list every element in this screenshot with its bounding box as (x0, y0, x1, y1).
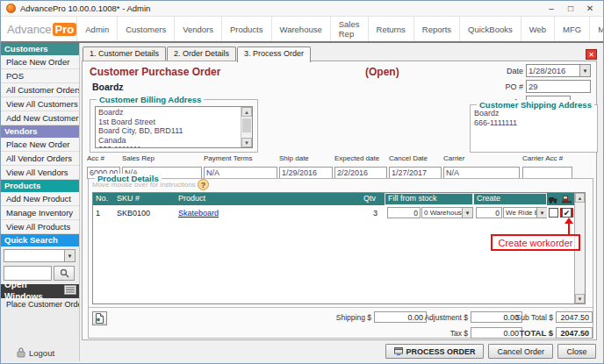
sidebar-item-add-new-customer[interactable]: Add New Customer (1, 111, 79, 125)
carrier-acc-label: Carrier Acc # (522, 154, 572, 162)
date-row: Date 1/28/2016 ▼ (507, 64, 591, 77)
help-question-icon[interactable]: ? (198, 179, 209, 190)
fill-qty-input[interactable] (387, 207, 421, 218)
nav-item-products[interactable]: Products (222, 17, 272, 41)
billing-line: Board City, BD, BRD111 (98, 126, 238, 136)
nav-item-quickbooks[interactable]: QuickBooks (460, 17, 521, 41)
cancel-date-input[interactable] (389, 167, 442, 179)
carrier-input[interactable] (443, 167, 520, 179)
callout-arrow-line (568, 223, 570, 234)
sidebar-item-view-all-products[interactable]: View All Products (1, 220, 79, 234)
nav-item-warehouse[interactable]: Warehouse (272, 17, 331, 41)
tax-label: Tax $ (413, 329, 468, 338)
chevron-down-icon[interactable]: ▼ (536, 208, 547, 218)
field-ship-date: Ship date (279, 154, 333, 179)
nav-item-vendors[interactable]: Vendors (175, 17, 222, 41)
scroll-up-icon[interactable]: ▲ (575, 193, 585, 203)
payment-terms-label: Payment Terms (204, 154, 277, 162)
sidebar-header-quick-search: Quick Search (1, 234, 79, 246)
window-title: AdvancePro 10.00.0.1008* - Admin (20, 4, 150, 13)
chevron-down-icon[interactable]: ▼ (64, 250, 75, 261)
sidebar-item-view-all-customers[interactable]: View All Customers (1, 97, 79, 111)
tab-process-order[interactable]: 3. Process Order (237, 46, 311, 62)
warehouse-select[interactable]: 0 Warehouse1 ▼ (421, 207, 473, 218)
nav-item-web[interactable]: Web (521, 17, 555, 41)
sidebar-header-vendors: Vendors (1, 125, 79, 138)
tab-order-details[interactable]: 2. Order Details (167, 46, 236, 61)
carrier-label: Carrier (443, 154, 520, 162)
sidebar-item-view-all-vendors[interactable]: View All Vendors (1, 166, 79, 180)
totals-separator (89, 307, 593, 308)
cancel-date-label: Cancel Date (389, 154, 442, 162)
workorder-icon (560, 193, 573, 205)
shipping-label: Shipping $ (314, 313, 371, 322)
nav-item-mfg[interactable]: MFG (555, 17, 590, 41)
field-payment-terms: Payment Terms (204, 154, 277, 179)
scroll-down-icon[interactable]: ▼ (241, 138, 252, 147)
report-page-icon (95, 313, 104, 324)
date-select[interactable]: 1/28/2016 ▼ (526, 64, 591, 77)
cancel-order-button[interactable]: Cancel Order (488, 344, 553, 359)
logo-text-advance: Advance (7, 23, 52, 36)
payment-terms-input[interactable] (204, 167, 277, 179)
nav-item-returns[interactable]: Returns (369, 17, 414, 41)
scroll-down-icon[interactable]: ▼ (575, 294, 585, 303)
sidebar-item-place-new-order[interactable]: Place New Order (1, 55, 79, 69)
sidebar-header-customers: Customers (1, 43, 79, 55)
date-value: 1/28/2016 (527, 65, 579, 76)
nav-item-reports[interactable]: Reports (414, 17, 460, 41)
process-order-button[interactable]: PROCESS ORDER (385, 344, 484, 359)
product-details-group: Product Details Move mouse over for inst… (88, 178, 593, 339)
window-list-icon (64, 285, 76, 295)
nav-item-sales-rep[interactable]: Sales Rep (331, 17, 369, 41)
cancel-order-label: Cancel Order (497, 347, 544, 356)
maximize-icon[interactable]: □ (561, 2, 580, 16)
sales-rep-label: Sales Rep (122, 154, 202, 162)
minimize-icon[interactable]: – (542, 2, 561, 16)
sidebar-item-pos[interactable]: POS (1, 69, 79, 83)
sidebar-item-all-vendor-orders[interactable]: All Vendor Orders (1, 152, 79, 166)
adjustment-label: Adjustment $ (413, 313, 468, 322)
sidebar-item-manage-inventory[interactable]: Manage Inventory (1, 206, 79, 220)
open-window-item-place-customer-order[interactable]: Place Customer Order (1, 298, 79, 312)
sidebar-item-add-new-product[interactable]: Add New Product (1, 192, 79, 206)
scroll-thumb[interactable] (242, 118, 251, 132)
order-status: (Open) (365, 66, 399, 78)
workorder-checkbox[interactable]: ✔ (562, 208, 572, 218)
nav-item-mcr[interactable]: MCR (590, 17, 604, 41)
page-title: Customer Purchase Order (90, 66, 220, 78)
scroll-up-icon[interactable]: ▲ (241, 107, 252, 117)
logout-button[interactable]: Logout (17, 347, 54, 358)
billing-scrollbar[interactable]: ▲ ▼ (241, 107, 252, 147)
print-button[interactable] (92, 311, 107, 325)
ship-date-input[interactable] (279, 167, 333, 179)
billing-line: Boardz (98, 108, 238, 118)
sidebar-item-vendor-place-new-order[interactable]: Place New Order (1, 138, 79, 152)
nav-item-admin[interactable]: Admin (76, 17, 118, 41)
close-button[interactable]: Close (557, 344, 596, 359)
sidebar-item-all-customer-orders[interactable]: All Customer Orders (1, 83, 79, 97)
tab-customer-details[interactable]: 1. Customer Details (83, 46, 166, 61)
close-icon[interactable]: ✕ (580, 2, 600, 16)
nav-item-customers[interactable]: Customers (118, 17, 175, 41)
carrier-acc-input[interactable] (522, 167, 572, 179)
create-source-select[interactable]: We Ride Boards ▼ (503, 207, 547, 218)
chevron-down-icon[interactable]: ▼ (462, 208, 472, 218)
chevron-down-icon[interactable]: ▼ (579, 65, 590, 76)
row-qty: 3 (363, 209, 385, 218)
dropship-checkbox[interactable] (549, 208, 558, 218)
col-product: Product (176, 193, 361, 205)
create-qty-input[interactable] (476, 207, 502, 218)
field-carrier: Carrier (443, 154, 520, 179)
expected-date-input[interactable] (334, 167, 387, 179)
logout-label: Logout (29, 348, 54, 358)
close-tab-icon[interactable]: ✕ (586, 49, 597, 60)
product-link[interactable]: Skateboard (178, 209, 219, 218)
search-icon (60, 268, 69, 278)
main-nav: Advance Pro Admin Customers Vendors Prod… (1, 17, 603, 43)
po-number-field[interactable] (526, 80, 591, 93)
advancepro-logo: Advance Pro (1, 23, 76, 36)
subtotal-value (556, 311, 593, 323)
quick-search-dropdown[interactable]: ▼ (4, 249, 76, 262)
row-no: 1 (93, 209, 114, 218)
